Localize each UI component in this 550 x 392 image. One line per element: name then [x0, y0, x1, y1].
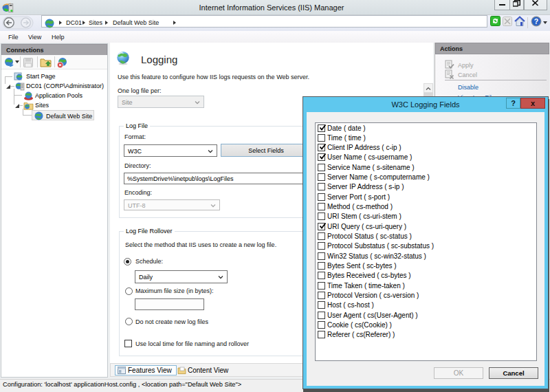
svg-text:?: ? [534, 17, 538, 25]
